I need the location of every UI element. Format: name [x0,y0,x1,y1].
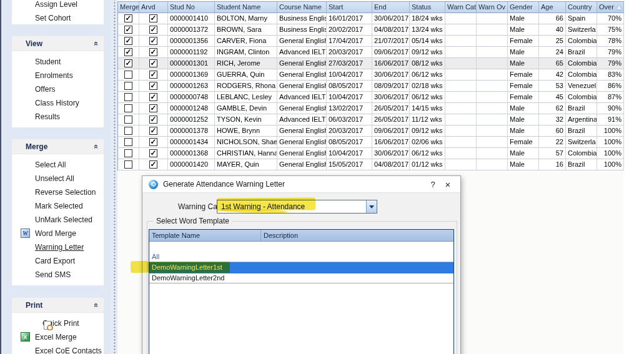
section-header-merge[interactable]: Merge » [12,139,104,154]
arvd-checkbox[interactable]: ✓ [149,26,157,34]
sidebar-item-offers[interactable]: Offers [12,82,104,96]
table-row[interactable]: ✓✓0000001372BROWN, SaraBusiness English2… [118,24,624,36]
column-header-stud-no[interactable]: Stud No [168,2,215,13]
column-header-gender[interactable]: Gender [508,2,539,13]
sidebar-item-select-all[interactable]: Select All [12,158,104,172]
table-row[interactable]: ✓✓0000001410BOLTON, MarnyBusiness Englis… [118,13,624,24]
table-row[interactable]: ✓0000001434NICHOLSON, ShaeleGeneral Engl… [118,137,624,148]
column-header-student-name[interactable]: Student Name [215,2,277,13]
arvd-checkbox[interactable]: ✓ [149,149,157,157]
merge-checkbox[interactable] [124,71,132,79]
arvd-checkbox[interactable]: ✓ [149,59,157,67]
sidebar-item-excel-merge[interactable]: XExcel Merge [12,330,104,344]
column-header-age[interactable]: Age [539,2,566,13]
merge-checkbox[interactable] [124,93,132,101]
column-header-description[interactable]: Description [261,230,453,241]
cell-over: 87% [597,92,624,103]
template-row-demowarningletter1st[interactable]: DemoWarningLetter1st [149,262,453,273]
sidebar-item-quick-print[interactable]: Quick Print [12,317,104,330]
sidebar-item-card-export[interactable]: Card Export [12,254,104,268]
collapse-chevron-icon[interactable]: » [91,41,99,46]
arvd-checkbox[interactable]: ✓ [149,82,157,90]
arvd-checkbox[interactable]: ✓ [149,71,157,79]
collapse-chevron-icon[interactable]: » [91,144,99,149]
sidebar-card-top: Assign LevelSet Cohort [11,0,104,25]
arvd-checkbox[interactable]: ✓ [149,37,157,45]
arvd-checkbox[interactable]: ✓ [149,48,157,56]
collapse-chevron-icon[interactable]: » [91,303,99,307]
table-row[interactable]: ✓0000000748LEBLANC, LesleyAdvanced IELTS… [118,92,624,103]
merge-checkbox[interactable] [124,160,132,169]
sidebar-splitter[interactable] [111,0,117,354]
cell-age: 66 [539,13,566,24]
table-row[interactable]: ✓0000001252TYSON, KevinAdvanced IELTS06/… [118,114,624,125]
table-row[interactable]: ✓0000001368CHRISTIAN, HannaGeneral Engli… [118,148,624,159]
merge-checkbox[interactable] [124,116,132,124]
merge-checkbox[interactable]: ✓ [124,59,132,67]
column-header-status[interactable]: Status [410,2,445,13]
sidebar-item-word-merge[interactable]: WWord Merge [12,227,104,240]
table-row[interactable]: ✓0000001248GAMBLE, DevinGeneral English1… [118,103,624,114]
sidebar-item-enrolments[interactable]: Enrolments [12,69,104,82]
arvd-checkbox[interactable]: ✓ [149,116,157,124]
merge-checkbox[interactable]: ✓ [124,14,132,22]
dialog-titlebar[interactable]: Generate Attendance Warning Letter ? × [142,176,460,193]
column-header-course-name[interactable]: Course Name [277,2,327,13]
sidebar-item-results[interactable]: Results [12,110,104,124]
template-row-all[interactable]: All [149,252,453,262]
warning-category-dropdown[interactable]: 1st Warning - Attendance [217,200,377,214]
merge-checkbox[interactable]: ✓ [124,48,132,56]
column-header-warn-ov[interactable]: Warn Ov [477,2,508,13]
merge-checkbox[interactable] [124,138,132,146]
column-header-country[interactable]: Country [566,2,597,13]
sidebar-item-assign-level[interactable]: Assign Level [12,0,104,11]
column-header-start[interactable]: Start [327,2,372,13]
arvd-checkbox[interactable]: ✓ [149,14,157,22]
help-button[interactable]: ? [425,180,440,189]
template-row-demowarningletter2nd[interactable]: DemoWarningLetter2nd [149,273,453,283]
column-header-merge[interactable]: Merge [118,2,139,13]
sidebar-item-reverse-selection[interactable]: Reverse Selection [12,185,104,199]
merge-checkbox[interactable] [124,127,132,135]
table-row[interactable]: ✓0000001369GUERRA, QuinGeneral English10… [118,69,624,81]
table-row[interactable]: ✓0000001420MAYER, QuinGeneral English15/… [118,159,624,170]
merge-checkbox[interactable] [124,104,132,112]
merge-checkbox[interactable]: ✓ [124,26,132,34]
dropdown-button[interactable] [366,200,377,213]
column-header-template-name[interactable]: Template Name [149,230,261,241]
table-row[interactable]: ✓0000001378HOWE, BrynnGeneral English20/… [118,125,624,137]
arvd-checkbox[interactable]: ✓ [149,138,157,146]
column-header-over[interactable]: Over [597,2,624,13]
merge-checkbox[interactable] [124,149,132,157]
column-header-arvd[interactable]: Arvd [139,2,168,13]
arvd-checkbox[interactable]: ✓ [149,93,157,101]
arvd-checkbox[interactable]: ✓ [149,104,157,112]
sidebar-item-excel-coe-contacts[interactable]: Excel CoE Contacts [12,344,104,354]
template-row-blank[interactable] [149,242,453,252]
merge-checkbox[interactable]: ✓ [124,37,132,45]
merge-checkbox[interactable] [124,82,132,90]
sidebar-item-send-sms[interactable]: Send SMS [12,268,104,282]
column-header-end[interactable]: End [372,2,410,13]
arvd-checkbox[interactable]: ✓ [149,160,157,169]
column-header-warn-cate[interactable]: Warn Cate [445,2,477,13]
section-header-print[interactable]: Print » [12,298,104,313]
section-header-view[interactable]: View » [12,36,104,51]
sidebar-item-class-history[interactable]: Class History [12,96,104,110]
sidebar-item-set-cohort[interactable]: Set Cohort [12,11,104,25]
close-button[interactable]: × [440,179,455,190]
table-row[interactable]: ✓✓0000001356CARVER, FionaGeneral English… [118,36,624,47]
sidebar-item-label: Set Cohort [35,14,71,22]
sidebar-item-student[interactable]: Student [12,55,104,69]
app-window: Assign LevelSet Cohort View » StudentEnr… [0,0,644,354]
arvd-checkbox[interactable]: ✓ [149,127,157,135]
sidebar-item-unmark-selected[interactable]: UnMark Selected [12,213,104,227]
checkbox-cell: ✓ [118,47,139,58]
sidebar-item-unselect-all[interactable]: Unselect All [12,172,104,185]
table-row[interactable]: ✓0000001263RODGERS, RhonaGeneral English… [118,81,624,92]
sidebar-item-warning-letter[interactable]: Warning Letter [12,240,104,254]
table-row[interactable]: ✓✓0000001192INGRAM, ClintonAdvanced IELT… [118,47,624,58]
sidebar-item-mark-selected[interactable]: Mark Selected [12,199,104,213]
table-row[interactable]: ✓✓0000001301RICH, JeromeGeneral English2… [118,58,624,69]
cell-end: 04/08/2017 [372,24,410,36]
